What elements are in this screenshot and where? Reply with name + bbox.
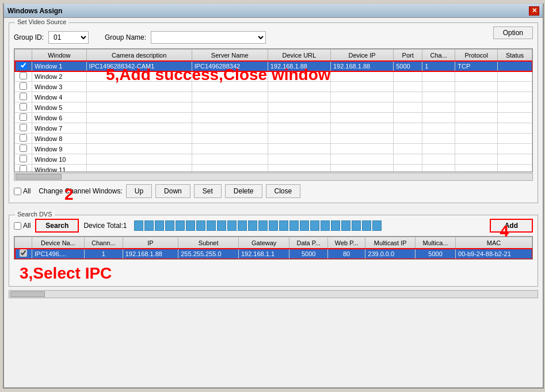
title-bar: Windows Assign ✕ (4, 4, 543, 18)
row-checkbox[interactable] (20, 103, 27, 111)
annotation-select-ipc: 3,Select IPC (20, 264, 533, 283)
table-row[interactable]: Window 7 (15, 123, 532, 134)
device-total: Device Total:1 (83, 222, 127, 230)
row-checkbox[interactable] (20, 155, 27, 162)
progress-segment (176, 220, 185, 231)
row-port (394, 113, 422, 123)
row-channel: 1 (422, 61, 455, 71)
row-device-url (268, 113, 330, 123)
row-status (498, 92, 532, 102)
row-channel (422, 113, 455, 123)
progress-segment (155, 220, 164, 231)
col-header-device-url: Device URL (268, 50, 330, 61)
table-scrollbar-h[interactable] (14, 173, 533, 181)
window-title: Windows Assign (7, 7, 62, 15)
dev-row-checkbox[interactable] (20, 249, 27, 257)
row-port (394, 102, 422, 113)
progress-segment (310, 220, 319, 231)
group-row: Group ID: 01 Group Name: Option (14, 31, 533, 44)
set-video-source-label: Set Video Source (15, 18, 68, 25)
table-row[interactable]: Window 10 (15, 154, 532, 165)
row-checkbox[interactable] (20, 93, 27, 100)
row-checkbox[interactable] (20, 134, 27, 142)
search-dvs-section: Search DVS All Search Device Total:1 Add… (9, 215, 538, 287)
row-checkbox[interactable] (20, 124, 27, 131)
row-protocol: TCP (455, 61, 498, 71)
row-protocol (455, 71, 498, 82)
row-port (394, 92, 422, 102)
row-checkbox-cell (15, 165, 32, 173)
row-checkbox[interactable] (20, 82, 27, 90)
row-window: Window 7 (32, 123, 87, 134)
row-window: Window 5 (32, 102, 87, 113)
device-table: Device Na... Chann... IP Subnet Gateway … (14, 237, 532, 259)
row-checkbox[interactable] (20, 72, 27, 79)
progress-segment (279, 220, 288, 231)
dev-col-data-port: Data P... (289, 237, 327, 249)
row-protocol (455, 102, 498, 113)
table-row[interactable]: Window 5 (15, 102, 532, 113)
table-row[interactable]: Window 8 (15, 134, 532, 144)
table-row[interactable]: Window 6 (15, 113, 532, 123)
row-window: Window 8 (32, 134, 87, 144)
main-window: Windows Assign ✕ Set Video Source Group … (3, 3, 544, 389)
close-icon[interactable]: ✕ (529, 6, 539, 16)
row-checkbox[interactable] (20, 144, 27, 152)
row-checkbox-cell (15, 92, 32, 102)
row-camera (86, 123, 192, 134)
row-device-ip (330, 92, 393, 102)
dev-row-ip: 192.168.1.88 (123, 249, 178, 259)
row-checkbox-cell (15, 82, 32, 92)
progress-segment (238, 220, 247, 231)
row-server (192, 102, 268, 113)
progress-segment (217, 220, 226, 231)
group-name-select[interactable] (151, 31, 266, 44)
up-button[interactable]: Up (126, 184, 152, 198)
table-row[interactable]: Window 11 (15, 165, 532, 173)
add-button[interactable]: Add (490, 219, 533, 233)
table-row[interactable]: Window 4 (15, 92, 532, 102)
close-channel-button[interactable]: Close (266, 184, 301, 198)
row-port: 5000 (394, 61, 422, 71)
row-checkbox[interactable] (20, 165, 27, 172)
row-window: Window 2 (32, 71, 87, 82)
search-all-checkbox-group: All (14, 222, 31, 230)
col-header-server: Server Name (192, 50, 268, 61)
down-button[interactable]: Down (155, 184, 190, 198)
scrollbar-thumb[interactable] (16, 174, 62, 180)
row-channel (422, 123, 455, 134)
row-window: Window 6 (32, 113, 87, 123)
row-protocol (455, 123, 498, 134)
row-channel (422, 92, 455, 102)
bottom-scrollbar[interactable] (9, 290, 538, 298)
group-id-select[interactable]: 01 (48, 31, 89, 44)
row-port (394, 144, 422, 154)
option-button[interactable]: Option (493, 26, 533, 39)
search-all-checkbox[interactable] (14, 222, 21, 230)
group-name-label: Group Name: (105, 33, 146, 41)
progress-segment (165, 220, 174, 231)
bottom-scrollbar-thumb[interactable] (10, 291, 45, 297)
progress-segment (207, 220, 216, 231)
row-status (498, 61, 532, 71)
all-checkbox[interactable] (14, 188, 21, 195)
col-header-status: Status (498, 50, 532, 61)
row-channel (422, 82, 455, 92)
table-row[interactable]: IPC1496.... 1 192.168.1.88 255.255.255.0… (15, 249, 532, 259)
progress-segment (300, 220, 309, 231)
dev-col-ip: IP (123, 237, 178, 249)
row-window: Window 11 (32, 165, 87, 173)
annotation-2: 2 (64, 185, 74, 204)
table-row[interactable]: Window 9 (15, 144, 532, 154)
progress-segment (362, 220, 371, 231)
row-checkbox[interactable] (20, 62, 27, 69)
row-device-ip (330, 165, 393, 173)
row-port (394, 134, 422, 144)
dev-row-multicast-port: 5000 (416, 249, 456, 259)
dev-col-multicast-ip: Multicast IP (365, 237, 416, 249)
row-checkbox[interactable] (20, 113, 27, 121)
dev-row-name: IPC1496.... (32, 249, 85, 259)
search-button[interactable]: Search (35, 219, 79, 233)
set-button[interactable]: Set (194, 184, 222, 198)
delete-button[interactable]: Delete (225, 184, 262, 198)
